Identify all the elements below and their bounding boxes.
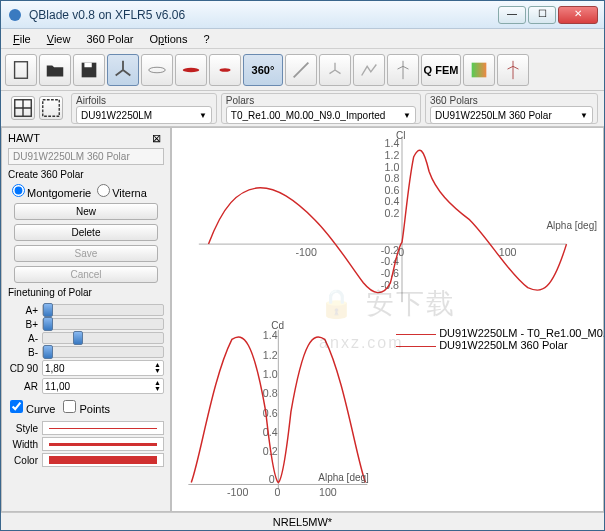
svg-text:100: 100 [319, 486, 337, 498]
toolbar: 360° Q FEM [1, 49, 604, 91]
polars360-group: 360 Polars DU91W2250LM 360 Polar▼ [425, 93, 598, 124]
close-button[interactable]: ✕ [558, 6, 598, 24]
menu-options[interactable]: Options [142, 31, 196, 47]
create-title: Create 360 Polar [4, 167, 168, 182]
menu-view[interactable]: View [39, 31, 79, 47]
color-preview[interactable] [42, 453, 164, 467]
width-preview[interactable] [42, 437, 164, 451]
cl-chart[interactable]: Cl Alpha [deg] -100 0 100 1.41.2 1.00.8 … [172, 128, 603, 312]
chevron-down-icon: ▼ [580, 111, 588, 120]
sidebar-header: HAWT [8, 132, 40, 144]
svg-point-6 [220, 68, 231, 72]
svg-text:0.6: 0.6 [385, 184, 400, 196]
airfoil-small-button[interactable] [209, 54, 241, 86]
save-polar-button[interactable]: Save [14, 245, 158, 262]
bminus-label: B- [8, 347, 38, 358]
legend-box: DU91W2250LM - T0_Re1.00_M0.00_N9.0_I DU9… [396, 327, 604, 351]
cd-chart[interactable]: Cd Alpha [deg] -100 0 100 1.41.2 1.00.8 … [172, 320, 379, 504]
airfoils-label: Airfoils [76, 95, 212, 106]
chart-area[interactable]: Cl Alpha [deg] -100 0 100 1.41.2 1.00.8 … [171, 127, 604, 512]
svg-text:1.2: 1.2 [385, 149, 400, 161]
blade-diag-button[interactable] [285, 54, 317, 86]
bminus-slider[interactable] [42, 346, 164, 358]
svg-rect-12 [43, 99, 60, 116]
svg-text:0.4: 0.4 [385, 195, 400, 207]
bplus-label: B+ [8, 319, 38, 330]
ar-spinner[interactable]: 11,00▲▼ [42, 378, 164, 394]
svg-text:0.4: 0.4 [263, 426, 278, 438]
airfoil-combo[interactable]: DU91W2250LM▼ [76, 106, 212, 124]
cl-chart-svg: -100 0 100 1.41.2 1.00.8 0.60.4 0.2 -0.2… [172, 128, 603, 312]
polars-group: Polars T0_Re1.00_M0.00_N9.0_Imported▼ [221, 93, 421, 124]
svg-point-4 [149, 67, 166, 73]
svg-text:1.0: 1.0 [263, 368, 278, 380]
save-button[interactable] [73, 54, 105, 86]
app-icon [7, 7, 23, 23]
polar360-combo[interactable]: DU91W2250LM 360 Polar▼ [430, 106, 593, 124]
svg-text:-100: -100 [296, 246, 317, 258]
marquee-tool-button[interactable] [39, 96, 63, 120]
chevron-down-icon: ▼ [403, 111, 411, 120]
delete-button[interactable]: Delete [14, 224, 158, 241]
alpha2-axis-label: Alpha [deg] [318, 472, 369, 483]
curve-checkbox[interactable]: Curve [10, 400, 55, 415]
svg-text:0: 0 [274, 486, 280, 498]
wind-turbine-button[interactable] [387, 54, 419, 86]
wind-turbine-2-button[interactable] [497, 54, 529, 86]
new-file-button[interactable] [5, 54, 37, 86]
points-checkbox[interactable]: Points [63, 400, 110, 415]
radio-viterna[interactable]: Viterna [97, 184, 147, 199]
turbine-small-button[interactable] [319, 54, 351, 86]
alpha-axis-label: Alpha [deg] [546, 220, 597, 231]
cd90-spinner[interactable]: 1,80▲▼ [42, 360, 164, 376]
style-preview[interactable] [42, 421, 164, 435]
radio-montgomerie[interactable]: Montgomerie [12, 184, 91, 199]
svg-rect-3 [84, 62, 91, 67]
selection-tool-button[interactable] [11, 96, 35, 120]
maximize-button[interactable]: ☐ [528, 6, 556, 24]
sidebar-close-icon[interactable]: ⊠ [152, 132, 164, 145]
new-button[interactable]: New [14, 203, 158, 220]
status-text: NREL5MW* [273, 516, 332, 528]
style-label: Style [8, 423, 38, 434]
chart-button[interactable] [353, 54, 385, 86]
rotor-blade-button[interactable] [107, 54, 139, 86]
aminus-slider[interactable] [42, 332, 164, 344]
svg-line-7 [294, 62, 309, 77]
svg-rect-9 [472, 62, 487, 77]
svg-text:0.8: 0.8 [263, 387, 278, 399]
titlebar[interactable]: QBlade v0.8 on XFLR5 v6.06 — ☐ ✕ [1, 1, 604, 29]
svg-text:100: 100 [499, 246, 517, 258]
menu-360polar[interactable]: 360 Polar [78, 31, 141, 47]
chevron-down-icon: ▼ [199, 111, 207, 120]
airfoil-red-button[interactable] [175, 54, 207, 86]
svg-rect-1 [15, 61, 28, 78]
svg-text:-0.6: -0.6 [381, 267, 399, 279]
svg-point-5 [183, 67, 200, 72]
qfem-button[interactable]: Q FEM [421, 54, 461, 86]
polars360-label: 360 Polars [430, 95, 593, 106]
heatmap-button[interactable] [463, 54, 495, 86]
cancel-button[interactable]: Cancel [14, 266, 158, 283]
aplus-label: A+ [8, 305, 38, 316]
minimize-button[interactable]: — [498, 6, 526, 24]
menu-help[interactable]: ? [195, 31, 217, 47]
polar-combo[interactable]: T0_Re1.00_M0.00_N9.0_Imported▼ [226, 106, 416, 124]
menubar: File View 360 Polar Options ? [1, 29, 604, 49]
open-button[interactable] [39, 54, 71, 86]
menu-file[interactable]: File [5, 31, 39, 47]
bplus-slider[interactable] [42, 318, 164, 330]
ar-label: AR [8, 381, 38, 392]
svg-text:-100: -100 [227, 486, 248, 498]
airfoil-outline-button[interactable] [141, 54, 173, 86]
svg-text:-0.2: -0.2 [381, 244, 399, 256]
aplus-slider[interactable] [42, 304, 164, 316]
cd-axis-label: Cd [271, 320, 284, 331]
airfoils-group: Airfoils DU91W2250LM▼ [71, 93, 217, 124]
app-window: QBlade v0.8 on XFLR5 v6.06 — ☐ ✕ File Vi… [0, 0, 605, 531]
finetune-title: Finetuning of Polar [4, 285, 168, 300]
width-label: Width [8, 439, 38, 450]
360-button[interactable]: 360° [243, 54, 283, 86]
window-title: QBlade v0.8 on XFLR5 v6.06 [29, 8, 498, 22]
cd90-label: CD 90 [8, 363, 38, 374]
